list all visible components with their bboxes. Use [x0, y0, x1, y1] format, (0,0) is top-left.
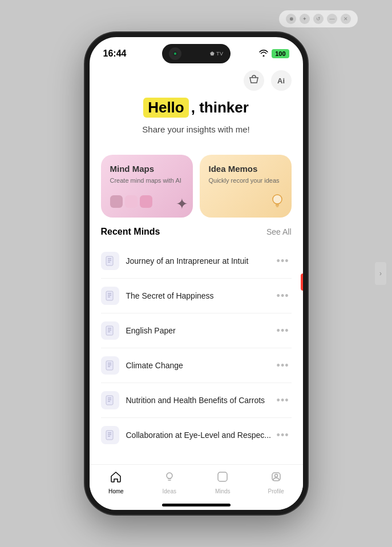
greeting-badge: Hello , thinker [143, 98, 249, 118]
list-item[interactable]: English Paper ••• [101, 313, 292, 348]
dynamic-island: ⬟ TV [162, 44, 231, 63]
item-icon-4 [101, 391, 119, 409]
chrome-star-btn[interactable]: ✦ [300, 14, 310, 24]
wifi-icon [259, 49, 268, 58]
item-icon-2 [101, 321, 119, 340]
nav-item-ideas[interactable]: Ideas [143, 470, 196, 494]
recent-minds-section: Recent Minds See All Journey of an Intra… [90, 227, 303, 452]
island-app-label: ⬟ TV [210, 51, 224, 57]
item-text-0: Journey of an Intrapreneur at Intuit [126, 256, 274, 266]
svg-rect-17 [106, 361, 113, 370]
swatch-2 [125, 195, 138, 208]
battery-indicator: 100 [272, 49, 289, 58]
list-item[interactable]: The Secret of Happiness ••• [101, 279, 292, 313]
item-icon-0 [101, 252, 119, 270]
item-text-3: Climate Change [126, 361, 274, 370]
hello-rest: , thinker [191, 99, 249, 116]
status-time: 16:44 [103, 49, 127, 59]
svg-rect-25 [106, 431, 113, 440]
ideamemos-title: Idea Memos [209, 164, 282, 174]
svg-rect-13 [106, 326, 113, 335]
svg-rect-3 [276, 204, 279, 206]
recent-minds-header: Recent Minds See All [101, 227, 292, 237]
hello-highlight: Hello [143, 98, 189, 118]
nav-item-profile[interactable]: Profile [249, 470, 303, 494]
cards-section: Mind Maps Create mind maps with AI ✦ Ide… [90, 146, 303, 227]
nav-label-home: Home [108, 488, 124, 494]
list-item[interactable]: Journey of an Intrapreneur at Intuit ••• [101, 244, 292, 279]
home-icon [110, 470, 122, 486]
hero-subtitle: Share your insights with me! [101, 124, 292, 134]
mindmaps-swatches [110, 195, 184, 208]
item-menu-2[interactable]: ••• [274, 325, 292, 337]
nav-label-minds: Minds [215, 488, 231, 494]
svg-point-29 [167, 473, 172, 478]
svg-rect-5 [106, 256, 113, 266]
mindmaps-title: Mind Maps [110, 164, 184, 174]
item-text-4: Nutrition and Health Benefits of Carrots [126, 396, 274, 405]
see-all-button[interactable]: See All [266, 227, 292, 236]
app-content: Ai Hello , thinker Share your insights w… [90, 66, 303, 510]
item-text-1: The Secret of Happiness [126, 291, 274, 300]
nav-label-ideas: Ideas [163, 488, 176, 494]
item-text-2: English Paper [126, 326, 274, 335]
island-camera [169, 47, 181, 60]
item-text-5: Collaboration at Eye-Level and Respec... [126, 431, 274, 440]
item-icon-1 [101, 287, 119, 305]
side-chevron[interactable]: › [375, 262, 386, 285]
ideamemos-deco [269, 192, 286, 212]
svg-point-1 [174, 53, 176, 55]
svg-point-34 [274, 474, 277, 477]
status-right: 100 [259, 49, 289, 58]
item-icon-3 [101, 356, 119, 375]
ideas-icon [163, 470, 176, 486]
ideamemos-subtitle: Quickly record your ideas [209, 177, 282, 184]
swatch-1 [110, 195, 123, 208]
phone-frame: ⬟ TV 16:44 100 [85, 33, 308, 514]
nav-item-home[interactable]: Home [90, 470, 143, 494]
nav-label-profile: Profile [268, 488, 284, 494]
recent-minds-title: Recent Minds [101, 227, 160, 237]
list-item[interactable]: Climate Change ••• [101, 348, 292, 383]
svg-rect-4 [276, 206, 278, 207]
chrome-refresh-btn[interactable]: ↺ [313, 14, 324, 24]
mindmaps-deco-star: ✦ [176, 195, 188, 213]
nav-item-minds[interactable]: Minds [196, 470, 250, 494]
list-item[interactable]: Nutrition and Health Benefits of Carrots… [101, 383, 292, 418]
basket-button[interactable] [244, 70, 264, 91]
item-menu-1[interactable]: ••• [274, 290, 292, 302]
home-indicator [162, 504, 231, 506]
chrome-record-btn[interactable]: ⏺ [286, 14, 296, 24]
item-menu-4[interactable]: ••• [274, 395, 292, 407]
item-menu-5[interactable]: ••• [274, 429, 292, 441]
chrome-minimize-btn[interactable]: — [327, 14, 337, 24]
item-menu-0[interactable]: ••• [274, 255, 292, 267]
ideamemos-card[interactable]: Idea Memos Quickly record your ideas [200, 155, 292, 218]
svg-rect-32 [218, 472, 227, 481]
ai-label: Ai [277, 77, 285, 85]
hero-section: Hello , thinker Share your insights with… [90, 93, 303, 146]
list-item[interactable]: Collaboration at Eye-Level and Respec...… [101, 418, 292, 452]
profile-icon [270, 470, 282, 486]
mindmaps-subtitle: Create mind maps with AI [110, 177, 184, 184]
header-icons: Ai [90, 66, 303, 93]
item-menu-3[interactable]: ••• [274, 360, 292, 372]
red-dot-indicator [301, 274, 305, 291]
bottom-nav: Home Ideas Minds [90, 464, 303, 510]
minds-icon [216, 470, 229, 486]
screen-container: ⏺ ✦ ↺ — ✕ › ⬟ TV 16:44 [0, 0, 392, 547]
svg-rect-21 [106, 396, 113, 405]
svg-point-2 [273, 195, 282, 204]
window-chrome: ⏺ ✦ ↺ — ✕ [279, 10, 358, 27]
ai-button[interactable]: Ai [271, 70, 292, 91]
svg-rect-9 [106, 291, 113, 300]
item-icon-5 [101, 426, 119, 444]
mindmaps-card[interactable]: Mind Maps Create mind maps with AI ✦ [101, 155, 193, 218]
swatch-3 [140, 195, 152, 208]
chrome-close-btn[interactable]: ✕ [341, 14, 351, 24]
